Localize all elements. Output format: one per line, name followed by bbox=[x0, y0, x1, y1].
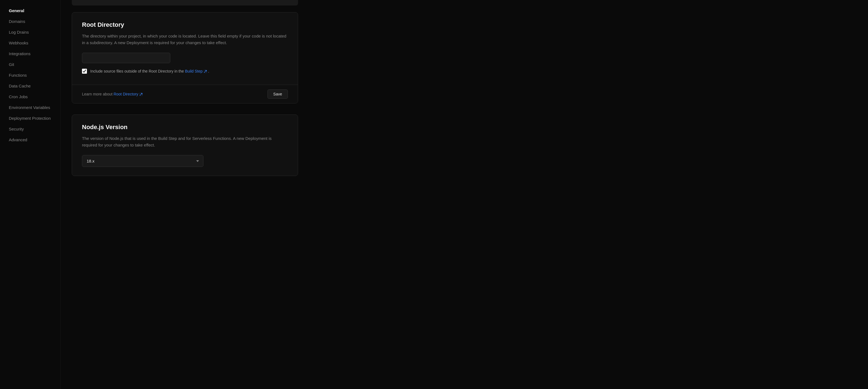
sidebar: General Domains Log Drains Webhooks Inte… bbox=[0, 0, 61, 389]
sidebar-item-integrations[interactable]: Integrations bbox=[2, 48, 58, 59]
root-directory-link[interactable]: Root Directory bbox=[114, 92, 143, 96]
nodejs-version-select[interactable]: 18.x 20.x 16.x 14.x bbox=[82, 155, 204, 167]
sidebar-item-data-cache[interactable]: Data Cache bbox=[2, 81, 58, 91]
sidebar-item-deployment-protection[interactable]: Deployment Protection bbox=[2, 113, 58, 123]
nodejs-version-description: The version of Node.js that is used in t… bbox=[82, 135, 288, 149]
footer-text: Learn more about Root Directory bbox=[82, 92, 143, 96]
root-directory-body: Root Directory The directory within your… bbox=[72, 12, 298, 85]
main-content: Root Directory The directory within your… bbox=[61, 0, 309, 389]
root-directory-input[interactable] bbox=[82, 53, 170, 63]
sidebar-item-log-drains[interactable]: Log Drains bbox=[2, 27, 58, 37]
nodejs-version-body: Node.js Version The version of Node.js t… bbox=[72, 115, 298, 176]
checkbox-label: Include source files outside of the Root… bbox=[90, 69, 209, 73]
include-source-checkbox[interactable] bbox=[82, 69, 87, 74]
checkbox-row: Include source files outside of the Root… bbox=[82, 69, 288, 74]
root-directory-footer: Learn more about Root Directory Save bbox=[72, 85, 298, 103]
build-step-link[interactable]: Build Step bbox=[185, 69, 207, 73]
external-link-icon-2 bbox=[140, 92, 143, 96]
sidebar-item-security[interactable]: Security bbox=[2, 124, 58, 134]
sidebar-item-webhooks[interactable]: Webhooks bbox=[2, 38, 58, 48]
sidebar-item-functions[interactable]: Functions bbox=[2, 70, 58, 80]
external-link-icon bbox=[204, 69, 207, 73]
nodejs-version-card: Node.js Version The version of Node.js t… bbox=[72, 115, 298, 176]
sidebar-item-cron-jobs[interactable]: Cron Jobs bbox=[2, 92, 58, 102]
root-directory-save-button[interactable]: Save bbox=[268, 89, 288, 99]
sidebar-item-domains[interactable]: Domains bbox=[2, 16, 58, 27]
root-directory-description: The directory within your project, in wh… bbox=[82, 33, 288, 46]
sidebar-item-git[interactable]: Git bbox=[2, 59, 58, 69]
sidebar-item-general[interactable]: General bbox=[2, 5, 58, 16]
root-directory-card: Root Directory The directory within your… bbox=[72, 12, 298, 103]
nodejs-version-select-wrapper: 18.x 20.x 16.x 14.x bbox=[82, 155, 204, 167]
root-directory-title: Root Directory bbox=[82, 21, 288, 28]
top-bar bbox=[72, 0, 298, 5]
nodejs-version-title: Node.js Version bbox=[82, 124, 288, 131]
sidebar-item-environment-variables[interactable]: Environment Variables bbox=[2, 102, 58, 112]
cards-container: Root Directory The directory within your… bbox=[72, 12, 298, 176]
sidebar-item-advanced[interactable]: Advanced bbox=[2, 135, 58, 145]
